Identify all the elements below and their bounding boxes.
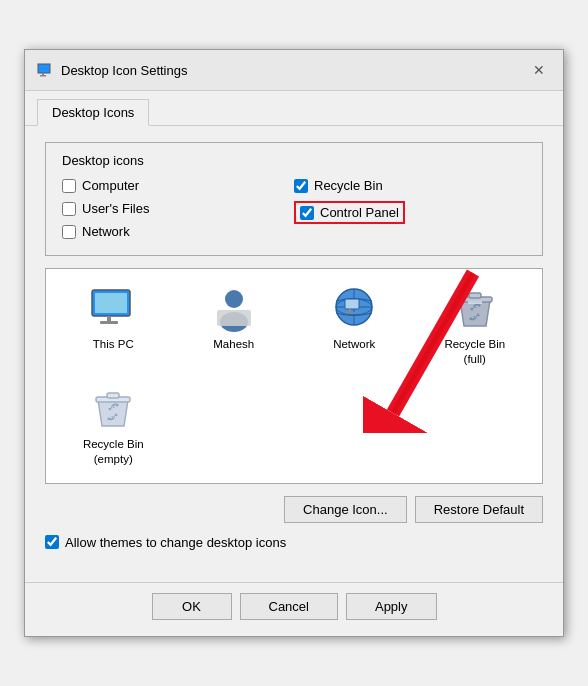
checkbox-recycle-bin-input[interactable] [294, 179, 308, 193]
recycle-full-image [451, 285, 499, 333]
cancel-button[interactable]: Cancel [240, 593, 338, 620]
icon-recycle-empty[interactable]: Recycle Bin(empty) [58, 381, 169, 471]
recycle-full-svg [454, 286, 496, 332]
icon-recycle-empty-label: Recycle Bin(empty) [83, 437, 144, 467]
this-pc-image [89, 285, 137, 333]
icon-mahesh-label: Mahesh [213, 337, 254, 352]
desktop-icons-group: Desktop icons Computer User's Files Netw… [45, 142, 543, 256]
monitor-svg [90, 288, 136, 330]
icon-this-pc-label: This PC [93, 337, 134, 352]
svg-rect-7 [95, 293, 127, 313]
icon-network[interactable]: Network [299, 281, 410, 356]
arrow-container: This PC Mahesh [45, 268, 543, 484]
checkbox-computer-input[interactable] [62, 179, 76, 193]
svg-rect-24 [107, 393, 119, 398]
icons-area: This PC Mahesh [45, 268, 543, 484]
svg-rect-19 [345, 312, 355, 314]
svg-rect-12 [217, 310, 251, 326]
checkbox-users-files-label: User's Files [82, 201, 150, 216]
network-image [330, 285, 378, 333]
icon-mahesh[interactable]: Mahesh [179, 281, 290, 356]
svg-rect-22 [468, 301, 482, 304]
dialog-title: Desktop Icon Settings [61, 63, 187, 78]
checkbox-recycle-bin[interactable]: Recycle Bin [294, 178, 526, 193]
tab-bar: Desktop Icons [25, 91, 563, 126]
allow-themes-input[interactable] [45, 535, 59, 549]
allow-themes-row: Allow themes to change desktop icons [45, 535, 543, 550]
checkbox-control-panel-input[interactable] [300, 206, 314, 220]
close-button[interactable]: ✕ [527, 58, 551, 82]
checkbox-control-panel-label: Control Panel [320, 205, 399, 220]
svg-rect-0 [38, 64, 50, 73]
change-icon-button[interactable]: Change Icon... [284, 496, 407, 523]
restore-default-button[interactable]: Restore Default [415, 496, 543, 523]
allow-themes-checkbox[interactable]: Allow themes to change desktop icons [45, 535, 286, 550]
group-label: Desktop icons [62, 153, 526, 168]
icon-recycle-full[interactable]: Recycle Bin(full) [420, 281, 531, 371]
title-bar-left: Desktop Icon Settings [37, 62, 187, 78]
ok-button[interactable]: OK [152, 593, 232, 620]
icon-recycle-full-label: Recycle Bin(full) [444, 337, 505, 367]
svg-rect-2 [40, 75, 46, 77]
person-svg [211, 286, 257, 332]
checkbox-users-files-input[interactable] [62, 202, 76, 216]
checkbox-control-panel[interactable]: Control Panel [300, 205, 399, 220]
svg-point-10 [225, 290, 243, 308]
control-panel-highlight: Control Panel [294, 201, 405, 224]
buttons-row: Change Icon... Restore Default [45, 496, 543, 523]
globe-svg [331, 287, 377, 331]
dialog-footer: OK Cancel Apply [25, 582, 563, 636]
svg-rect-18 [349, 309, 351, 312]
tab-desktop-icons[interactable]: Desktop Icons [37, 99, 149, 126]
recycle-empty-image [89, 385, 137, 433]
allow-themes-label: Allow themes to change desktop icons [65, 535, 286, 550]
dialog-icon [37, 62, 53, 78]
checkbox-computer-label: Computer [82, 178, 139, 193]
apply-button[interactable]: Apply [346, 593, 437, 620]
mahesh-image [210, 285, 258, 333]
checkbox-users-files[interactable]: User's Files [62, 201, 294, 216]
svg-rect-21 [469, 293, 481, 298]
icon-network-label: Network [333, 337, 375, 352]
title-bar: Desktop Icon Settings ✕ [25, 50, 563, 91]
checkbox-computer[interactable]: Computer [62, 178, 294, 193]
checkbox-network-label: Network [82, 224, 130, 239]
svg-rect-1 [42, 73, 44, 75]
checkbox-recycle-bin-label: Recycle Bin [314, 178, 383, 193]
checkbox-network-input[interactable] [62, 225, 76, 239]
svg-rect-8 [107, 316, 111, 321]
dialog-window: Desktop Icon Settings ✕ Desktop Icons De… [24, 49, 564, 637]
dialog-content: Desktop icons Computer User's Files Netw… [25, 126, 563, 582]
checkbox-network[interactable]: Network [62, 224, 294, 239]
svg-rect-9 [100, 321, 118, 324]
icon-this-pc[interactable]: This PC [58, 281, 169, 356]
svg-rect-17 [345, 299, 359, 309]
recycle-empty-svg [92, 386, 134, 432]
